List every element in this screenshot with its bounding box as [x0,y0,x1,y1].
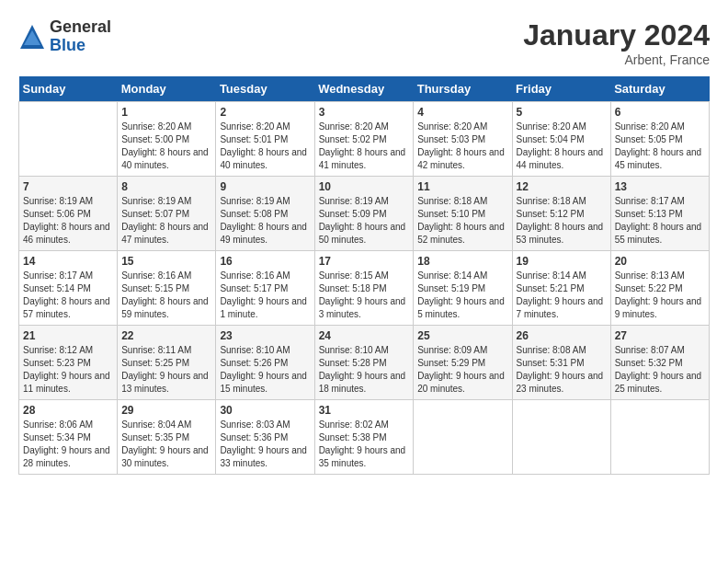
calendar-cell: 23Sunrise: 8:10 AM Sunset: 5:26 PM Dayli… [216,326,314,400]
day-info: Sunrise: 8:20 AM Sunset: 5:01 PM Dayligh… [220,121,310,172]
calendar-cell: 9Sunrise: 8:19 AM Sunset: 5:08 PM Daylig… [216,177,314,251]
day-number: 26 [517,329,607,342]
calendar-cell: 1Sunrise: 8:20 AM Sunset: 5:00 PM Daylig… [118,102,216,177]
calendar-cell: 13Sunrise: 8:17 AM Sunset: 5:13 PM Dayli… [610,177,709,251]
day-number: 2 [220,106,310,119]
day-info: Sunrise: 8:18 AM Sunset: 5:10 PM Dayligh… [417,195,507,247]
month-title: January 2024 [523,18,710,52]
day-info: Sunrise: 8:19 AM Sunset: 5:08 PM Dayligh… [220,195,310,247]
day-info: Sunrise: 8:15 AM Sunset: 5:18 PM Dayligh… [319,270,410,321]
day-info: Sunrise: 8:02 AM Sunset: 5:38 PM Dayligh… [319,419,410,470]
day-info: Sunrise: 8:09 AM Sunset: 5:29 PM Dayligh… [417,344,507,396]
day-number: 31 [319,404,410,417]
day-number: 9 [220,180,310,193]
calendar-cell: 29Sunrise: 8:04 AM Sunset: 5:35 PM Dayli… [118,400,216,475]
day-number: 19 [517,255,607,268]
day-number: 6 [615,106,705,119]
logo-text: General Blue [50,18,111,55]
calendar-cell: 28Sunrise: 8:06 AM Sunset: 5:34 PM Dayli… [19,400,118,475]
day-info: Sunrise: 8:19 AM Sunset: 5:09 PM Dayligh… [319,195,410,247]
calendar-cell: 2Sunrise: 8:20 AM Sunset: 5:01 PM Daylig… [216,102,314,177]
day-info: Sunrise: 8:10 AM Sunset: 5:28 PM Dayligh… [319,344,410,396]
day-info: Sunrise: 8:20 AM Sunset: 5:00 PM Dayligh… [121,121,211,172]
calendar-cell: 18Sunrise: 8:14 AM Sunset: 5:19 PM Dayli… [414,251,512,326]
calendar-cell: 5Sunrise: 8:20 AM Sunset: 5:04 PM Daylig… [512,102,610,177]
day-number: 1 [121,106,211,119]
day-info: Sunrise: 8:06 AM Sunset: 5:34 PM Dayligh… [23,419,113,470]
day-info: Sunrise: 8:18 AM Sunset: 5:12 PM Dayligh… [517,195,607,247]
week-row-2: 7Sunrise: 8:19 AM Sunset: 5:06 PM Daylig… [19,177,710,251]
calendar-cell: 19Sunrise: 8:14 AM Sunset: 5:21 PM Dayli… [512,251,610,326]
day-info: Sunrise: 8:16 AM Sunset: 5:17 PM Dayligh… [220,270,310,321]
day-number: 30 [220,404,310,417]
day-number: 21 [23,329,113,342]
day-number: 25 [417,329,507,342]
day-number: 8 [121,180,211,193]
day-number: 13 [615,180,705,193]
day-info: Sunrise: 8:03 AM Sunset: 5:36 PM Dayligh… [220,419,310,470]
day-info: Sunrise: 8:14 AM Sunset: 5:19 PM Dayligh… [417,270,507,321]
day-number: 23 [220,329,310,342]
week-row-3: 14Sunrise: 8:17 AM Sunset: 5:14 PM Dayli… [19,251,710,326]
day-info: Sunrise: 8:13 AM Sunset: 5:22 PM Dayligh… [615,270,705,321]
column-header-thursday: Thursday [414,76,512,102]
logo-icon [18,23,46,51]
day-number: 18 [417,255,507,268]
calendar-cell: 6Sunrise: 8:20 AM Sunset: 5:05 PM Daylig… [610,102,709,177]
logo-general-text: General [50,18,111,37]
calendar-header-row: SundayMondayTuesdayWednesdayThursdayFrid… [19,76,710,102]
column-header-wednesday: Wednesday [314,76,414,102]
calendar-cell [610,400,709,475]
day-number: 11 [417,180,507,193]
logo-blue-text: Blue [50,37,111,55]
calendar-cell: 16Sunrise: 8:16 AM Sunset: 5:17 PM Dayli… [216,251,314,326]
day-info: Sunrise: 8:11 AM Sunset: 5:25 PM Dayligh… [121,344,211,396]
day-number: 3 [319,106,410,119]
title-area: January 2024 Arbent, France [523,18,710,67]
calendar-cell: 14Sunrise: 8:17 AM Sunset: 5:14 PM Dayli… [19,251,118,326]
day-number: 20 [615,255,705,268]
header: General Blue January 2024 Arbent, France [18,18,710,67]
day-info: Sunrise: 8:07 AM Sunset: 5:32 PM Dayligh… [615,344,705,396]
calendar-cell: 20Sunrise: 8:13 AM Sunset: 5:22 PM Dayli… [610,251,709,326]
calendar-cell [414,400,512,475]
calendar-cell: 30Sunrise: 8:03 AM Sunset: 5:36 PM Dayli… [216,400,314,475]
column-header-sunday: Sunday [19,76,118,102]
day-number: 15 [121,255,211,268]
week-row-4: 21Sunrise: 8:12 AM Sunset: 5:23 PM Dayli… [19,326,710,400]
day-info: Sunrise: 8:19 AM Sunset: 5:07 PM Dayligh… [121,195,211,247]
day-number: 7 [23,180,113,193]
calendar-cell: 10Sunrise: 8:19 AM Sunset: 5:09 PM Dayli… [314,177,414,251]
logo: General Blue [18,18,111,55]
calendar-cell: 26Sunrise: 8:08 AM Sunset: 5:31 PM Dayli… [512,326,610,400]
calendar-cell: 25Sunrise: 8:09 AM Sunset: 5:29 PM Dayli… [414,326,512,400]
calendar-cell: 7Sunrise: 8:19 AM Sunset: 5:06 PM Daylig… [19,177,118,251]
calendar-cell: 17Sunrise: 8:15 AM Sunset: 5:18 PM Dayli… [314,251,414,326]
column-header-saturday: Saturday [610,76,709,102]
calendar: SundayMondayTuesdayWednesdayThursdayFrid… [18,76,710,475]
day-number: 24 [319,329,410,342]
column-header-friday: Friday [512,76,610,102]
calendar-cell [512,400,610,475]
day-info: Sunrise: 8:17 AM Sunset: 5:13 PM Dayligh… [615,195,705,247]
day-info: Sunrise: 8:17 AM Sunset: 5:14 PM Dayligh… [23,270,113,321]
day-info: Sunrise: 8:10 AM Sunset: 5:26 PM Dayligh… [220,344,310,396]
calendar-cell: 27Sunrise: 8:07 AM Sunset: 5:32 PM Dayli… [610,326,709,400]
day-info: Sunrise: 8:08 AM Sunset: 5:31 PM Dayligh… [517,344,607,396]
calendar-cell: 3Sunrise: 8:20 AM Sunset: 5:02 PM Daylig… [314,102,414,177]
day-number: 12 [517,180,607,193]
day-number: 14 [23,255,113,268]
day-number: 22 [121,329,211,342]
calendar-cell: 24Sunrise: 8:10 AM Sunset: 5:28 PM Dayli… [314,326,414,400]
day-info: Sunrise: 8:04 AM Sunset: 5:35 PM Dayligh… [121,419,211,470]
day-info: Sunrise: 8:20 AM Sunset: 5:05 PM Dayligh… [615,121,705,172]
week-row-1: 1Sunrise: 8:20 AM Sunset: 5:00 PM Daylig… [19,102,710,177]
day-info: Sunrise: 8:20 AM Sunset: 5:04 PM Dayligh… [517,121,607,172]
day-number: 16 [220,255,310,268]
calendar-cell: 22Sunrise: 8:11 AM Sunset: 5:25 PM Dayli… [118,326,216,400]
column-header-monday: Monday [118,76,216,102]
day-info: Sunrise: 8:20 AM Sunset: 5:03 PM Dayligh… [417,121,507,172]
day-number: 10 [319,180,410,193]
column-header-tuesday: Tuesday [216,76,314,102]
day-info: Sunrise: 8:12 AM Sunset: 5:23 PM Dayligh… [23,344,113,396]
